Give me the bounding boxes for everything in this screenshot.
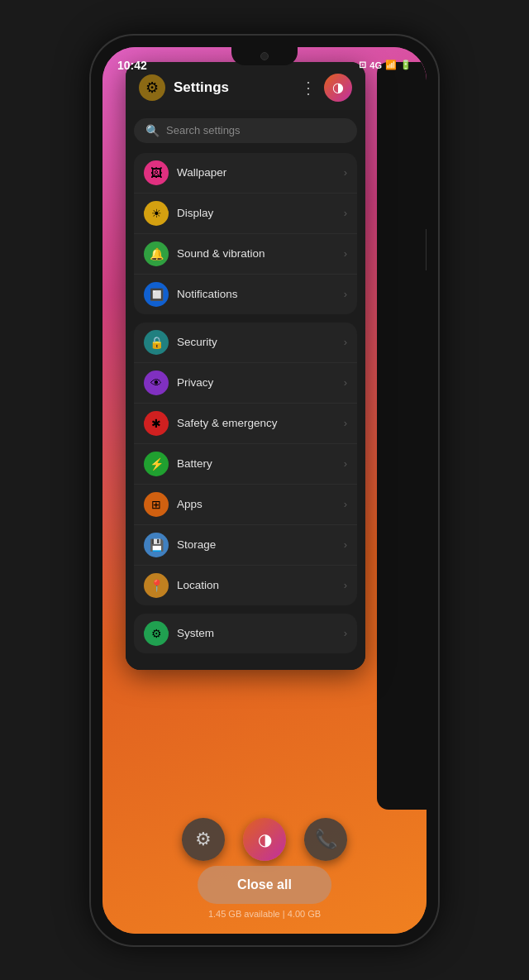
item-left: ⚡ Battery — [144, 452, 212, 476]
settings-item-security[interactable]: 🔒 Security › — [134, 323, 357, 363]
system-icon: ⚙ — [144, 621, 169, 646]
phone-notch — [231, 47, 298, 65]
notifications-icon: 🔲 — [144, 282, 169, 307]
item-left: 🔔 Sound & vibration — [144, 241, 265, 266]
item-left: 🔒 Security — [144, 330, 217, 355]
item-left: 📍 Location — [144, 573, 219, 598]
chevron-icon: › — [344, 288, 347, 300]
apps-icon: ⊞ — [144, 492, 169, 517]
recent-apps-dock: ⚙ ◑ 📞 — [102, 818, 427, 861]
dock-arc-icon[interactable]: ◑ — [243, 818, 286, 861]
location-label: Location — [177, 579, 219, 591]
safety-icon: ✱ — [144, 411, 169, 436]
chevron-icon: › — [344, 498, 347, 510]
header-left: ⚙ Settings — [139, 74, 229, 101]
memory-info: 1.45 GB available | 4.00 GB — [102, 909, 427, 919]
chevron-icon: › — [344, 457, 347, 470]
settings-item-storage[interactable]: 💾 Storage › — [134, 525, 357, 566]
chevron-icon: › — [344, 538, 347, 551]
display-label: Display — [177, 207, 213, 219]
settings-item-safety[interactable]: ✱ Safety & emergency › — [134, 404, 357, 444]
notifications-label: Notifications — [177, 288, 238, 300]
status-time: 10:42 — [117, 59, 147, 72]
item-left: ☀ Display — [144, 201, 213, 226]
settings-app-icon: ⚙ — [139, 74, 165, 101]
security-icon: 🔒 — [144, 330, 169, 355]
search-bar[interactable]: 🔍 Search settings — [134, 118, 357, 143]
item-left: 🖼 Wallpaper — [144, 160, 226, 185]
close-all-button[interactable]: Close all — [198, 866, 331, 904]
location-icon: 📍 — [144, 573, 169, 598]
item-left: ✱ Safety & emergency — [144, 411, 278, 436]
battery-icon: ⚡ — [144, 452, 169, 476]
search-icon: 🔍 — [145, 124, 160, 137]
settings-app-card[interactable]: ⚙ Settings ⋮ ◑ 🔍 Search settings — [126, 62, 365, 670]
item-left: 🔲 Notifications — [144, 282, 238, 307]
app-title: Settings — [174, 79, 229, 96]
item-left: 👁 Privacy — [144, 370, 213, 395]
dock-settings-icon[interactable]: ⚙ — [182, 818, 225, 861]
adjacent-app-panel — [377, 62, 427, 810]
status-icons: ⊡ 4G 📶 🔋 — [359, 60, 412, 70]
phone-frame: 10:42 ⊡ 4G 📶 🔋 ⚙ Settings — [91, 36, 438, 945]
screen-record-icon: ⊡ — [359, 60, 366, 70]
item-left: ⚙ System — [144, 621, 214, 646]
chevron-icon: › — [344, 376, 347, 389]
settings-group-3: ⚙ System › — [134, 614, 357, 653]
chevron-icon: › — [344, 166, 347, 179]
sound-icon: 🔔 — [144, 241, 169, 266]
item-left: 💾 Storage — [144, 533, 216, 557]
privacy-label: Privacy — [177, 376, 213, 389]
safety-label: Safety & emergency — [177, 417, 278, 429]
more-options-button[interactable]: ⋮ — [300, 78, 317, 98]
storage-icon: 💾 — [144, 533, 169, 557]
chevron-icon: › — [344, 579, 347, 591]
settings-item-display[interactable]: ☀ Display › — [134, 194, 357, 234]
settings-group-2: 🔒 Security › 👁 Privacy › — [134, 323, 357, 605]
security-label: Security — [177, 336, 217, 348]
system-label: System — [177, 627, 214, 639]
search-placeholder: Search settings — [166, 124, 241, 136]
item-left: ⊞ Apps — [144, 492, 203, 517]
front-camera — [260, 52, 269, 60]
chevron-icon: › — [344, 627, 347, 639]
apps-label: Apps — [177, 498, 203, 510]
settings-item-battery[interactable]: ⚡ Battery › — [134, 444, 357, 485]
settings-item-notifications[interactable]: 🔲 Notifications › — [134, 275, 357, 314]
display-icon: ☀ — [144, 201, 169, 226]
battery-icon: 🔋 — [400, 60, 412, 70]
signal-bars-icon: 📶 — [385, 60, 397, 70]
chevron-icon: › — [344, 207, 347, 219]
settings-group-1: 🖼 Wallpaper › ☀ Display › — [134, 153, 357, 314]
phone-screen: 10:42 ⊡ 4G 📶 🔋 ⚙ Settings — [102, 47, 427, 934]
settings-content: 🔍 Search settings 🖼 Wallpaper › ☀ — [126, 110, 365, 670]
settings-item-system[interactable]: ⚙ System › — [134, 614, 357, 653]
battery-label: Battery — [177, 457, 212, 470]
sound-label: Sound & vibration — [177, 247, 265, 260]
settings-item-privacy[interactable]: 👁 Privacy › — [134, 363, 357, 404]
app-switcher-avatar: ◑ — [324, 74, 352, 102]
volume-button — [426, 229, 427, 270]
settings-item-wallpaper[interactable]: 🖼 Wallpaper › — [134, 153, 357, 194]
settings-item-apps[interactable]: ⊞ Apps › — [134, 485, 357, 525]
privacy-icon: 👁 — [144, 370, 169, 395]
dock-phone-icon[interactable]: 📞 — [304, 818, 347, 861]
signal-label: 4G — [369, 60, 382, 70]
chevron-icon: › — [344, 417, 347, 429]
settings-item-location[interactable]: 📍 Location › — [134, 566, 357, 605]
wallpaper-icon: 🖼 — [144, 160, 169, 185]
wallpaper-label: Wallpaper — [177, 166, 226, 179]
chevron-icon: › — [344, 247, 347, 260]
chevron-icon: › — [344, 336, 347, 348]
settings-item-sound[interactable]: 🔔 Sound & vibration › — [134, 234, 357, 275]
storage-label: Storage — [177, 538, 216, 551]
